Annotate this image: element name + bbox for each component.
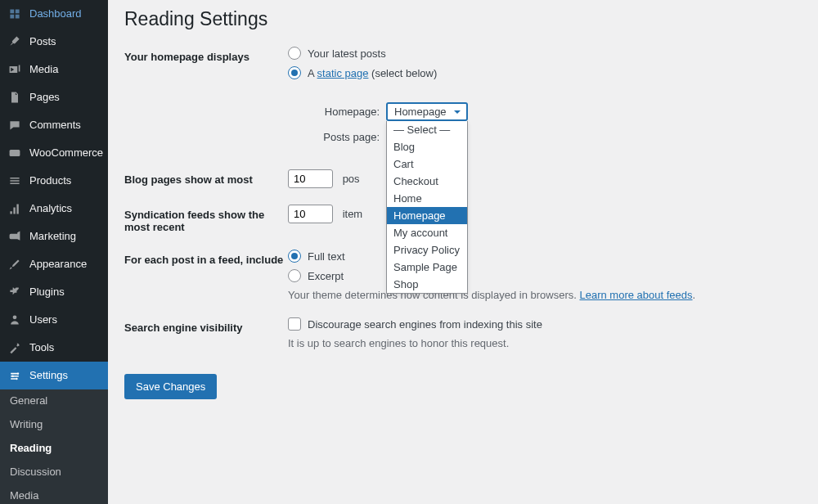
homepage-dropdown: — Select — Blog Cart Checkout Home Homep… xyxy=(386,121,468,294)
syndication-suffix: item xyxy=(343,208,363,220)
sidebar-item-media[interactable]: Media xyxy=(0,56,108,83)
settings-content: Reading Settings Your homepage displays … xyxy=(108,0,818,504)
sidebar-item-comments[interactable]: Comments xyxy=(0,111,108,139)
posts-page-select-label: Posts page: xyxy=(321,131,386,143)
svg-rect-0 xyxy=(10,150,20,156)
blogpages-label: Blog pages show at most xyxy=(124,169,288,188)
submenu-general[interactable]: General xyxy=(0,389,108,413)
feed-description: Your theme determines how content is dis… xyxy=(288,289,802,301)
brush-icon xyxy=(7,256,23,272)
menu-label: Pages xyxy=(29,91,60,105)
sidebar-item-users[interactable]: Users xyxy=(0,306,108,334)
static-page-link[interactable]: static page xyxy=(317,67,369,79)
menu-label: Plugins xyxy=(29,286,65,299)
menu-label: Appearance xyxy=(29,258,87,272)
dropdown-option-sample[interactable]: Sample Page xyxy=(387,259,467,276)
comment-icon xyxy=(7,117,23,133)
menu-label: Products xyxy=(29,174,71,188)
menu-label: Comments xyxy=(29,119,81,133)
visibility-label: Search engine visibility xyxy=(124,317,288,349)
page-title: Reading Settings xyxy=(124,8,802,30)
svg-point-3 xyxy=(16,378,17,380)
sidebar-item-analytics[interactable]: Analytics xyxy=(0,195,108,223)
radio-label-static-page: A static page (select below) xyxy=(308,67,437,79)
dropdown-option-privacy[interactable]: Privacy Policy xyxy=(387,241,467,259)
learn-feeds-link[interactable]: Learn more about feeds xyxy=(579,289,692,301)
pin-icon xyxy=(7,34,23,50)
dropdown-option-homepage[interactable]: Homepage xyxy=(387,207,467,224)
menu-label: Media xyxy=(29,63,58,77)
radio-label-latest-posts: Your latest posts xyxy=(308,47,386,60)
media-icon xyxy=(7,61,23,78)
menu-label: Analytics xyxy=(29,202,72,216)
menu-label: Users xyxy=(29,313,57,327)
homepage-displays-label: Your homepage displays xyxy=(124,47,288,153)
syndication-label: Syndication feeds show the most recent xyxy=(124,205,288,233)
dropdown-option-home[interactable]: Home xyxy=(387,190,467,207)
dropdown-option-checkout[interactable]: Checkout xyxy=(387,173,467,190)
sidebar-item-pages[interactable]: Pages xyxy=(0,83,108,111)
radio-excerpt[interactable] xyxy=(288,269,301,282)
radio-label-excerpt: Excerpt xyxy=(308,270,344,282)
blogpages-input[interactable] xyxy=(288,169,333,188)
menu-label: WooCommerce xyxy=(29,146,103,160)
products-icon xyxy=(7,173,23,189)
sidebar-item-marketing[interactable]: Marketing xyxy=(0,223,108,250)
radio-fulltext[interactable] xyxy=(288,250,301,263)
sidebar-item-settings[interactable]: Settings xyxy=(0,362,108,389)
submenu-media[interactable]: Media xyxy=(0,484,108,504)
sidebar-item-products[interactable]: Products xyxy=(0,167,108,195)
menu-label: Posts xyxy=(29,35,56,49)
svg-point-2 xyxy=(11,376,13,377)
admin-sidebar: Dashboard Posts Media Pages Comments Woo… xyxy=(0,0,108,504)
syndication-input[interactable] xyxy=(288,205,333,223)
submenu-writing[interactable]: Writing xyxy=(0,413,108,437)
submenu-reading[interactable]: Reading xyxy=(0,437,108,461)
svg-point-1 xyxy=(17,372,19,374)
sidebar-item-dashboard[interactable]: Dashboard xyxy=(0,0,108,28)
homepage-select-label: Homepage: xyxy=(321,106,386,118)
page-icon xyxy=(7,89,23,106)
checkbox-discourage[interactable] xyxy=(288,317,301,331)
analytics-icon xyxy=(7,200,23,217)
blogpages-suffix: pos xyxy=(343,173,360,185)
dashboard-icon xyxy=(7,6,23,22)
menu-label: Tools xyxy=(29,341,54,355)
dropdown-option-myaccount[interactable]: My account xyxy=(387,224,467,241)
sidebar-item-posts[interactable]: Posts xyxy=(0,28,108,56)
radio-label-fulltext: Full text xyxy=(308,250,345,263)
radio-latest-posts[interactable] xyxy=(288,47,301,60)
menu-label: Marketing xyxy=(29,230,76,244)
radio-static-page[interactable] xyxy=(288,66,301,79)
homepage-select[interactable]: Homepage xyxy=(386,102,468,121)
sidebar-item-tools[interactable]: Tools xyxy=(0,334,108,362)
dropdown-option-blog[interactable]: Blog xyxy=(387,138,467,155)
checkbox-label-discourage: Discourage search engines from indexing … xyxy=(308,318,542,331)
wrench-icon xyxy=(7,340,23,356)
settings-icon xyxy=(7,367,23,384)
dropdown-option-shop[interactable]: Shop xyxy=(387,276,467,293)
megaphone-icon xyxy=(7,228,23,245)
visibility-description: It is up to search engines to honor this… xyxy=(288,337,802,349)
dropdown-option-cart[interactable]: Cart xyxy=(387,155,467,173)
sidebar-item-plugins[interactable]: Plugins xyxy=(0,278,108,306)
menu-label: Dashboard xyxy=(29,7,82,21)
feed-label: For each post in a feed, include xyxy=(124,250,288,301)
sidebar-item-woocommerce[interactable]: WooCommerce xyxy=(0,139,108,167)
settings-submenu: General Writing Reading Discussion Media… xyxy=(0,389,108,504)
dropdown-option-select[interactable]: — Select — xyxy=(387,121,467,138)
woocommerce-icon xyxy=(7,145,23,161)
submenu-discussion[interactable]: Discussion xyxy=(0,461,108,484)
sidebar-item-appearance[interactable]: Appearance xyxy=(0,250,108,278)
plugin-icon xyxy=(7,284,23,300)
menu-label: Settings xyxy=(29,369,68,383)
save-changes-button[interactable]: Save Changes xyxy=(124,374,217,399)
user-icon xyxy=(7,312,23,328)
